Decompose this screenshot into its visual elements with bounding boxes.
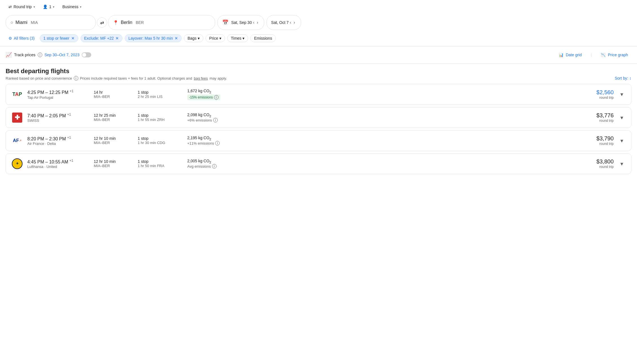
destination-field[interactable]: 📍 Berlin BER (108, 15, 215, 30)
flight-price-2: $3,790 round trip (248, 135, 614, 146)
divider-1 (0, 46, 637, 46)
flight-expand-1[interactable]: ▾ (618, 113, 625, 122)
trip-type-button[interactable]: ⇄ Round trip ▾ (6, 3, 38, 11)
price-label: Price (209, 36, 218, 41)
flight-expand-3[interactable]: ▾ (618, 159, 625, 168)
bags-label: Bags (188, 36, 197, 41)
stop-filter-chip[interactable]: 1 stop or fewer ✕ (40, 34, 78, 42)
return-prev-button[interactable]: ‹ (289, 20, 292, 25)
track-date: Sep 30–Oct 7, 2023 (44, 53, 80, 57)
emissions-filter-button[interactable]: Emissions (250, 34, 276, 42)
flight-times-2: 8:20 PM – 2:30 PM +1 Air France · Delta (27, 136, 89, 146)
swap-button[interactable]: ⇄ (97, 17, 107, 28)
track-info-icon[interactable]: i (38, 53, 42, 57)
track-toggle[interactable] (82, 52, 91, 57)
origin-field[interactable]: ○ Miami MIA (6, 15, 96, 30)
date-grid-icon: 📊 (559, 53, 564, 57)
flight-duration-1: 12 hr 25 min MIA–BER (94, 113, 133, 122)
prices-note: Prices include required taxes + fees for… (80, 76, 192, 80)
flight-card-2: AF↗ 8:20 PM – 2:30 PM +1 Air France · De… (6, 130, 631, 151)
track-section: 📈 Track prices i Sep 30–Oct 7, 2023 📊 Da… (0, 48, 637, 62)
flight-card-1: ✚ 7:40 PM – 2:05 PM +1 SWISS 12 hr 25 mi… (6, 107, 631, 128)
track-left: 📈 Track prices i Sep 30–Oct 7, 2023 (6, 52, 91, 58)
price-graph-icon: 📉 (601, 53, 605, 57)
layover-filter-close[interactable]: ✕ (175, 36, 178, 41)
flight-card-3: ✈ 4:45 PM – 10:55 AM +1 Lufthansa · Unit… (6, 153, 631, 174)
stop-filter-close[interactable]: ✕ (71, 36, 75, 41)
bag-fees-link[interactable]: bag fees (194, 76, 208, 80)
subtitle-info-icon[interactable]: i (74, 76, 78, 80)
sort-by-button[interactable]: Sort by: ↕ (615, 76, 631, 80)
flight-row-1[interactable]: ✚ 7:40 PM – 2:05 PM +1 SWISS 12 hr 25 mi… (6, 107, 631, 128)
flight-time-1: 7:40 PM – 2:05 PM +1 (27, 113, 89, 118)
flight-price-3: $3,800 round trip (248, 158, 614, 169)
pin-icon: 📍 (113, 20, 119, 25)
search-bar: ○ Miami MIA ⇄ 📍 Berlin BER 📅 Sat, Sep 30… (0, 12, 637, 33)
times-label: Times (231, 36, 242, 41)
bags-filter-button[interactable]: Bags ▾ (184, 34, 203, 42)
flight-duration-3: 12 hr 10 min MIA–BER (94, 159, 133, 168)
flight-airline-2: Air France · Delta (27, 141, 89, 146)
cabin-button[interactable]: Business ▾ (59, 3, 84, 11)
price-filter-button[interactable]: Price ▾ (206, 34, 225, 42)
airline-logo-3: ✈ (12, 158, 23, 169)
trip-type-chevron: ▾ (34, 5, 35, 8)
results-subtitle: Ranked based on price and convenience i … (6, 76, 631, 80)
divider-2 (0, 63, 637, 64)
may-apply-text: may apply. (210, 76, 227, 80)
flight-expand-2[interactable]: ▾ (618, 136, 625, 145)
origin-city: Miami (15, 20, 28, 25)
depart-date-section[interactable]: 📅 Sat, Sep 30 ‹ › (217, 15, 264, 30)
trip-type-label: Round trip (14, 5, 32, 9)
exclude-filter-chip[interactable]: Exclude: MF +22 ✕ (81, 34, 122, 42)
flight-time-3: 4:45 PM – 10:55 AM +1 (27, 159, 89, 165)
price-graph-label: Price graph (608, 53, 628, 57)
times-chevron: ▾ (242, 36, 244, 41)
times-filter-button[interactable]: Times ▾ (227, 34, 248, 42)
bags-chevron: ▾ (198, 36, 200, 41)
origin-code: MIA (31, 20, 38, 25)
cabin-chevron: ▾ (80, 5, 81, 8)
flight-row-0[interactable]: TAP 4:25 PM – 12:25 PM +1 Tap Air Portug… (6, 84, 631, 105)
filters-bar: ⚙ All filters (3) 1 stop or fewer ✕ Excl… (0, 33, 637, 45)
emission-info-0[interactable]: i (214, 95, 219, 100)
emission-info-1[interactable]: i (213, 118, 218, 122)
depart-next-button[interactable]: › (256, 20, 259, 25)
flight-emissions-0: 1,672 kg CO2 -15% emissions i (187, 89, 244, 100)
airline-logo-2: AF↗ (12, 135, 23, 146)
trending-icon: 📈 (6, 52, 12, 58)
depart-date: Sat, Sep 30 (231, 20, 252, 25)
return-next-button[interactable]: › (292, 20, 296, 25)
passengers-button[interactable]: 👤 1 ▾ (40, 3, 57, 11)
flight-stops-0: 1 stop 2 hr 25 min LIS (138, 90, 183, 99)
sliders-icon: ⚙ (8, 36, 12, 41)
destination-code: BER (136, 20, 144, 25)
flight-expand-0[interactable]: ▾ (618, 90, 625, 99)
calendar-icon: 📅 (222, 19, 228, 26)
emission-info-3[interactable]: i (212, 164, 217, 168)
cabin-label: Business (62, 5, 78, 9)
layover-filter-chip[interactable]: Layover: Max 5 hr 30 min ✕ (125, 34, 182, 42)
flight-row-2[interactable]: AF↗ 8:20 PM – 2:30 PM +1 Air France · De… (6, 131, 631, 151)
flight-price-0: $2,560 round trip (248, 89, 614, 100)
airline-logo-0: TAP (12, 89, 23, 100)
flight-airline-0: Tap Air Portugal (27, 95, 89, 100)
flight-stops-1: 1 stop 1 hr 55 min ZRH (138, 113, 183, 122)
return-date: Sat, Oct 7 (271, 20, 289, 25)
subtitle-text: Ranked based on price and convenience (6, 76, 72, 80)
flight-row-3[interactable]: ✈ 4:45 PM – 10:55 AM +1 Lufthansa · Unit… (6, 154, 631, 174)
price-graph-button[interactable]: 📉 Price graph (597, 51, 631, 59)
emission-badge-2: +11% emissions i (187, 141, 244, 145)
airline-logo-1: ✚ (12, 112, 23, 123)
date-grid-button[interactable]: 📊 Date grid (555, 51, 585, 59)
depart-prev-button[interactable]: ‹ (252, 20, 255, 25)
all-filters-label: All filters (3) (14, 36, 35, 41)
person-icon: 👤 (43, 5, 48, 9)
flight-times-0: 4:25 PM – 12:25 PM +1 Tap Air Portugal (27, 89, 89, 99)
exclude-filter-close[interactable]: ✕ (115, 36, 119, 41)
emission-info-2[interactable]: i (215, 141, 220, 145)
track-right: 📊 Date grid | 📉 Price graph (555, 51, 631, 59)
all-filters-link[interactable]: ⚙ All filters (3) (6, 34, 37, 42)
return-date-section[interactable]: Sat, Oct 7 ‹ › (266, 15, 301, 30)
circle-icon: ○ (10, 20, 13, 25)
